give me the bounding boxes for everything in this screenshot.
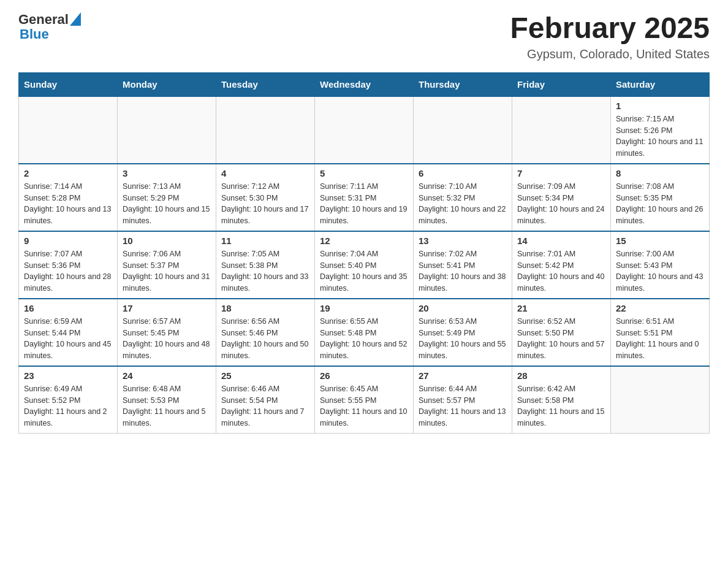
week-row-1: 1Sunrise: 7:15 AMSunset: 5:26 PMDaylight… [19, 96, 710, 164]
day-number: 8 [616, 168, 704, 178]
day-number: 5 [320, 168, 408, 178]
week-row-5: 23Sunrise: 6:49 AMSunset: 5:52 PMDayligh… [19, 366, 710, 434]
calendar-cell: 15Sunrise: 7:00 AMSunset: 5:43 PMDayligh… [611, 231, 710, 299]
day-info: Sunrise: 6:56 AMSunset: 5:46 PMDaylight:… [221, 316, 309, 362]
calendar-cell: 22Sunrise: 6:51 AMSunset: 5:51 PMDayligh… [611, 299, 710, 366]
calendar-cell [611, 366, 710, 434]
day-number: 3 [123, 168, 211, 178]
weekday-header-monday: Monday [118, 72, 216, 96]
day-number: 10 [123, 236, 211, 246]
page-header: General Blue February 2025 Gypsum, Color… [18, 12, 710, 61]
day-info: Sunrise: 6:45 AMSunset: 5:55 PMDaylight:… [320, 383, 408, 429]
day-number: 7 [517, 168, 605, 178]
day-number: 6 [419, 168, 507, 178]
logo-triangle-icon [70, 12, 81, 26]
day-info: Sunrise: 7:10 AMSunset: 5:32 PMDaylight:… [419, 181, 507, 227]
calendar-cell: 25Sunrise: 6:46 AMSunset: 5:54 PMDayligh… [216, 366, 315, 434]
day-number: 14 [517, 236, 605, 246]
day-info: Sunrise: 7:06 AMSunset: 5:37 PMDaylight:… [123, 248, 211, 294]
calendar-cell: 23Sunrise: 6:49 AMSunset: 5:52 PMDayligh… [19, 366, 118, 434]
calendar-cell: 3Sunrise: 7:13 AMSunset: 5:29 PMDaylight… [118, 164, 216, 231]
day-info: Sunrise: 6:46 AMSunset: 5:54 PMDaylight:… [221, 383, 309, 429]
calendar-cell: 2Sunrise: 7:14 AMSunset: 5:28 PMDaylight… [19, 164, 118, 231]
day-info: Sunrise: 7:14 AMSunset: 5:28 PMDaylight:… [24, 181, 112, 227]
week-row-2: 2Sunrise: 7:14 AMSunset: 5:28 PMDaylight… [19, 164, 710, 231]
day-info: Sunrise: 6:51 AMSunset: 5:51 PMDaylight:… [616, 316, 704, 362]
day-info: Sunrise: 6:49 AMSunset: 5:52 PMDaylight:… [24, 383, 112, 429]
day-info: Sunrise: 7:02 AMSunset: 5:41 PMDaylight:… [419, 248, 507, 294]
weekday-header-saturday: Saturday [611, 72, 710, 96]
day-number: 11 [221, 236, 309, 246]
calendar-cell: 28Sunrise: 6:42 AMSunset: 5:58 PMDayligh… [512, 366, 611, 434]
day-info: Sunrise: 7:15 AMSunset: 5:26 PMDaylight:… [616, 113, 704, 159]
weekday-header-friday: Friday [512, 72, 611, 96]
calendar-cell: 1Sunrise: 7:15 AMSunset: 5:26 PMDaylight… [611, 96, 710, 164]
calendar-cell [216, 96, 315, 164]
logo: General Blue [18, 12, 81, 42]
day-info: Sunrise: 7:09 AMSunset: 5:34 PMDaylight:… [517, 181, 605, 227]
day-info: Sunrise: 6:57 AMSunset: 5:45 PMDaylight:… [123, 316, 211, 362]
day-info: Sunrise: 7:07 AMSunset: 5:36 PMDaylight:… [24, 248, 112, 294]
day-number: 21 [517, 303, 605, 313]
day-number: 23 [24, 370, 112, 381]
calendar-table: SundayMondayTuesdayWednesdayThursdayFrid… [18, 72, 710, 434]
day-info: Sunrise: 7:01 AMSunset: 5:42 PMDaylight:… [517, 248, 605, 294]
day-info: Sunrise: 6:44 AMSunset: 5:57 PMDaylight:… [419, 383, 507, 429]
calendar-cell: 4Sunrise: 7:12 AMSunset: 5:30 PMDaylight… [216, 164, 315, 231]
calendar-cell: 21Sunrise: 6:52 AMSunset: 5:50 PMDayligh… [512, 299, 611, 366]
weekday-header-row: SundayMondayTuesdayWednesdayThursdayFrid… [19, 72, 710, 96]
calendar-cell: 19Sunrise: 6:55 AMSunset: 5:48 PMDayligh… [315, 299, 414, 366]
day-info: Sunrise: 6:53 AMSunset: 5:49 PMDaylight:… [419, 316, 507, 362]
calendar-cell: 12Sunrise: 7:04 AMSunset: 5:40 PMDayligh… [315, 231, 414, 299]
day-number: 12 [320, 236, 408, 246]
weekday-header-wednesday: Wednesday [315, 72, 414, 96]
calendar-cell: 17Sunrise: 6:57 AMSunset: 5:45 PMDayligh… [118, 299, 216, 366]
svg-marker-0 [70, 12, 81, 26]
week-row-4: 16Sunrise: 6:59 AMSunset: 5:44 PMDayligh… [19, 299, 710, 366]
calendar-cell: 11Sunrise: 7:05 AMSunset: 5:38 PMDayligh… [216, 231, 315, 299]
calendar-cell: 26Sunrise: 6:45 AMSunset: 5:55 PMDayligh… [315, 366, 414, 434]
day-number: 9 [24, 236, 112, 246]
day-number: 15 [616, 236, 704, 246]
calendar-cell: 5Sunrise: 7:11 AMSunset: 5:31 PMDaylight… [315, 164, 414, 231]
calendar-cell: 18Sunrise: 6:56 AMSunset: 5:46 PMDayligh… [216, 299, 315, 366]
day-number: 19 [320, 303, 408, 313]
calendar-cell: 13Sunrise: 7:02 AMSunset: 5:41 PMDayligh… [414, 231, 512, 299]
day-info: Sunrise: 7:00 AMSunset: 5:43 PMDaylight:… [616, 248, 704, 294]
calendar-cell: 24Sunrise: 6:48 AMSunset: 5:53 PMDayligh… [118, 366, 216, 434]
calendar-cell: 20Sunrise: 6:53 AMSunset: 5:49 PMDayligh… [414, 299, 512, 366]
day-number: 24 [123, 370, 211, 381]
day-info: Sunrise: 6:48 AMSunset: 5:53 PMDaylight:… [123, 383, 211, 429]
calendar-cell [19, 96, 118, 164]
weekday-header-tuesday: Tuesday [216, 72, 315, 96]
calendar-cell: 8Sunrise: 7:08 AMSunset: 5:35 PMDaylight… [611, 164, 710, 231]
day-number: 20 [419, 303, 507, 313]
day-info: Sunrise: 6:42 AMSunset: 5:58 PMDaylight:… [517, 383, 605, 429]
logo-blue-text: Blue [20, 27, 81, 42]
calendar-cell: 6Sunrise: 7:10 AMSunset: 5:32 PMDaylight… [414, 164, 512, 231]
calendar-cell: 27Sunrise: 6:44 AMSunset: 5:57 PMDayligh… [414, 366, 512, 434]
weekday-header-sunday: Sunday [19, 72, 118, 96]
day-number: 17 [123, 303, 211, 313]
day-info: Sunrise: 7:11 AMSunset: 5:31 PMDaylight:… [320, 181, 408, 227]
calendar-cell: 10Sunrise: 7:06 AMSunset: 5:37 PMDayligh… [118, 231, 216, 299]
calendar-cell [512, 96, 611, 164]
calendar-cell: 16Sunrise: 6:59 AMSunset: 5:44 PMDayligh… [19, 299, 118, 366]
week-row-3: 9Sunrise: 7:07 AMSunset: 5:36 PMDaylight… [19, 231, 710, 299]
day-number: 22 [616, 303, 704, 313]
day-number: 27 [419, 370, 507, 381]
location-subtitle: Gypsum, Colorado, United States [510, 47, 710, 61]
day-number: 16 [24, 303, 112, 313]
title-area: February 2025 Gypsum, Colorado, United S… [510, 12, 710, 61]
calendar-cell [118, 96, 216, 164]
logo-general-text: General [18, 12, 69, 27]
day-number: 2 [24, 168, 112, 178]
weekday-header-thursday: Thursday [414, 72, 512, 96]
day-number: 28 [517, 370, 605, 381]
day-info: Sunrise: 7:04 AMSunset: 5:40 PMDaylight:… [320, 248, 408, 294]
day-number: 18 [221, 303, 309, 313]
calendar-cell [315, 96, 414, 164]
day-info: Sunrise: 7:13 AMSunset: 5:29 PMDaylight:… [123, 181, 211, 227]
day-info: Sunrise: 7:05 AMSunset: 5:38 PMDaylight:… [221, 248, 309, 294]
day-info: Sunrise: 7:12 AMSunset: 5:30 PMDaylight:… [221, 181, 309, 227]
